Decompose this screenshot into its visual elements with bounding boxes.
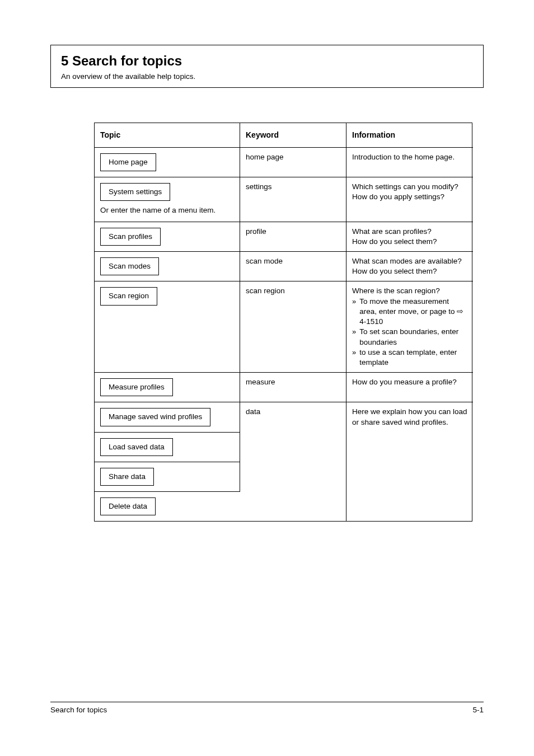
topic-cell-manage-saved: Manage saved wind profiles — [95, 402, 240, 432]
info-line: How do you select them? — [352, 266, 467, 276]
topic-cell-delete-data: Delete data — [95, 492, 240, 521]
topic-button-measure-profiles[interactable]: Measure profiles — [100, 378, 173, 396]
keyword-system-settings: settings — [240, 177, 346, 222]
topic-cell-share-data: Share data — [95, 462, 240, 492]
col-header-keyword: Keyword — [240, 123, 346, 148]
topic-cell-scan-region: Scan region — [95, 281, 240, 373]
topic-button-share-data[interactable]: Share data — [100, 468, 154, 486]
col-header-topic: Topic — [95, 123, 240, 148]
keyword-home-page: home page — [240, 148, 346, 177]
info-line: What scan modes are available? — [352, 256, 467, 266]
col-header-info: Information — [346, 123, 473, 148]
info-line: How do you select them? — [352, 237, 467, 247]
info-bullet-text: To set scan boundaries, enter boundaries — [359, 327, 467, 347]
topic-cell-scan-profiles: Scan profiles — [95, 222, 240, 252]
topic-button-scan-region[interactable]: Scan region — [100, 287, 157, 305]
info-measure-profiles: How do you measure a profile? — [346, 373, 473, 402]
topic-cell-scan-modes: Scan modes — [95, 252, 240, 281]
keyword-scan-region: scan region — [240, 281, 346, 373]
page-subtitle: An overview of the available help topics… — [61, 72, 473, 81]
topic-cell-load-saved-data: Load saved data — [95, 433, 240, 462]
topic-button-load-saved-data[interactable]: Load saved data — [100, 438, 173, 456]
info-line: Which settings can you modify? — [352, 182, 467, 192]
footer-left: Search for topics — [50, 706, 107, 714]
topic-button-delete-data[interactable]: Delete data — [100, 497, 156, 515]
info-bullet: »to use a scan template, enter template — [352, 348, 467, 368]
info-line: Where is the scan region? — [352, 286, 467, 296]
info-bullet-text: to use a scan template, enter template — [359, 348, 467, 368]
info-bullet: »To set scan boundaries, enter boundarie… — [352, 327, 467, 347]
info-bullet-text: To move the measurement area, enter move… — [359, 297, 467, 327]
topic-button-scan-profiles[interactable]: Scan profiles — [100, 228, 161, 246]
arrow-icon: ⇨ — [457, 307, 463, 316]
keyword-scan-profiles: profile — [240, 222, 346, 252]
topic-button-system-settings[interactable]: System settings — [100, 183, 170, 201]
info-line: What are scan profiles? — [352, 227, 467, 237]
info-scan-profiles: What are scan profiles? How do you selec… — [346, 222, 473, 252]
info-line: How do you apply settings? — [352, 192, 467, 202]
bullet-icon: » — [352, 348, 356, 358]
keyword-manage-saved: data — [240, 402, 346, 521]
topic-cell-system-settings: System settings Or enter the name of a m… — [95, 177, 240, 222]
info-manage-saved: Here we explain how you can load or shar… — [346, 402, 473, 521]
bullet-icon: » — [352, 327, 356, 337]
topic-cell-home-page: Home page — [95, 148, 240, 177]
topic-button-manage-saved[interactable]: Manage saved wind profiles — [100, 408, 210, 426]
info-bullet: »To move the measurement area, enter mov… — [352, 297, 467, 327]
bullet-icon: » — [352, 297, 356, 307]
keyword-measure-profiles: measure — [240, 373, 346, 402]
info-scan-modes: What scan modes are available? How do yo… — [346, 252, 473, 281]
topics-table: Topic Keyword Information Home page home… — [94, 123, 472, 522]
page-title: 5 Search for topics — [61, 53, 473, 69]
topic-button-scan-modes[interactable]: Scan modes — [100, 257, 159, 275]
info-home-page: Introduction to the home page. — [346, 148, 473, 177]
topic-note-system-settings: Or enter the name of a menu item. — [100, 205, 234, 215]
page-footer: Search for topics 5-1 — [50, 702, 484, 714]
info-system-settings: Which settings can you modify? How do yo… — [346, 177, 473, 222]
footer-right: 5-1 — [472, 706, 484, 714]
title-box: 5 Search for topics An overview of the a… — [50, 45, 484, 88]
info-scan-region: Where is the scan region? »To move the m… — [346, 281, 473, 373]
topic-button-home-page[interactable]: Home page — [100, 153, 156, 171]
topic-cell-measure-profiles: Measure profiles — [95, 373, 240, 402]
keyword-scan-modes: scan mode — [240, 252, 346, 281]
